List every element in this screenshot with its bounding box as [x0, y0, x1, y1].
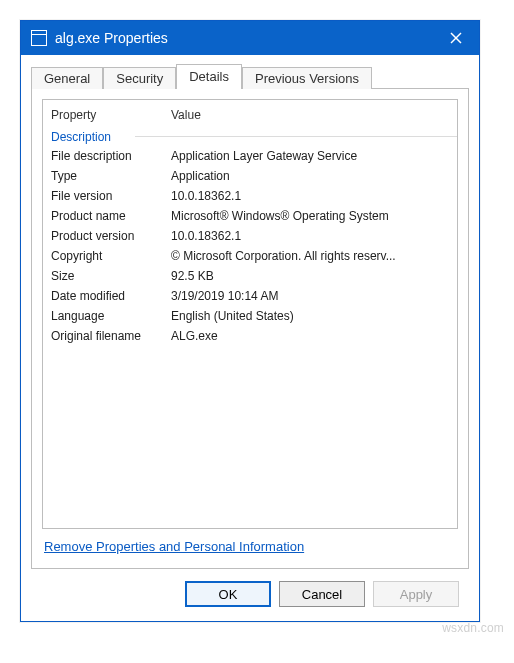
property-name: Size [51, 269, 171, 283]
property-row[interactable]: Date modified3/19/2019 10:14 AM [43, 286, 457, 306]
property-row[interactable]: Product version10.0.18362.1 [43, 226, 457, 246]
property-name: Language [51, 309, 171, 323]
property-name: Date modified [51, 289, 171, 303]
tabpanel-details: Property Value Description File descript… [31, 89, 469, 569]
property-name: Product version [51, 229, 171, 243]
property-row[interactable]: Size92.5 KB [43, 266, 457, 286]
property-value: 10.0.18362.1 [171, 189, 449, 203]
property-value: 92.5 KB [171, 269, 449, 283]
property-row[interactable]: Product nameMicrosoft® Windows® Operatin… [43, 206, 457, 226]
section-description: Description [43, 126, 457, 146]
tab-details[interactable]: Details [176, 64, 242, 88]
column-property[interactable]: Property [51, 108, 171, 122]
property-row[interactable]: TypeApplication [43, 166, 457, 186]
property-row[interactable]: File version10.0.18362.1 [43, 186, 457, 206]
tabstrip: General Security Details Previous Versio… [31, 63, 469, 89]
property-name: File description [51, 149, 171, 163]
window-icon [31, 30, 47, 46]
property-value: English (United States) [171, 309, 449, 323]
property-name: Original filename [51, 329, 171, 343]
property-value: Application [171, 169, 449, 183]
close-button[interactable] [433, 21, 479, 55]
tab-label: Details [189, 69, 229, 84]
close-icon [450, 32, 462, 44]
dialog-body: General Security Details Previous Versio… [21, 55, 479, 621]
property-row[interactable]: Original filenameALG.exe [43, 326, 457, 346]
property-value: Application Layer Gateway Service [171, 149, 449, 163]
property-name: Type [51, 169, 171, 183]
details-list[interactable]: Property Value Description File descript… [42, 99, 458, 529]
button-label: OK [219, 587, 238, 602]
tab-security[interactable]: Security [103, 67, 176, 89]
ok-button[interactable]: OK [185, 581, 271, 607]
tab-general[interactable]: General [31, 67, 103, 89]
property-name: File version [51, 189, 171, 203]
tab-label: General [44, 71, 90, 86]
titlebar[interactable]: alg.exe Properties [21, 21, 479, 55]
dialog-buttons: OK Cancel Apply [31, 569, 469, 607]
remove-properties-link[interactable]: Remove Properties and Personal Informati… [44, 539, 304, 554]
property-value: 3/19/2019 10:14 AM [171, 289, 449, 303]
tab-label: Previous Versions [255, 71, 359, 86]
window-title: alg.exe Properties [55, 30, 168, 46]
property-row[interactable]: File descriptionApplication Layer Gatewa… [43, 146, 457, 166]
property-value: 10.0.18362.1 [171, 229, 449, 243]
property-name: Copyright [51, 249, 171, 263]
property-name: Product name [51, 209, 171, 223]
tab-label: Security [116, 71, 163, 86]
property-value: Microsoft® Windows® Operating System [171, 209, 449, 223]
tab-previous-versions[interactable]: Previous Versions [242, 67, 372, 89]
property-row[interactable]: LanguageEnglish (United States) [43, 306, 457, 326]
cancel-button[interactable]: Cancel [279, 581, 365, 607]
remove-properties-link-row: Remove Properties and Personal Informati… [42, 529, 458, 558]
column-value[interactable]: Value [171, 108, 449, 122]
button-label: Cancel [302, 587, 342, 602]
property-row[interactable]: Copyright© Microsoft Corporation. All ri… [43, 246, 457, 266]
properties-dialog: alg.exe Properties General Security Deta… [20, 20, 480, 622]
watermark-text: wsxdn.com [442, 621, 504, 635]
button-label: Apply [400, 587, 433, 602]
property-value: ALG.exe [171, 329, 449, 343]
details-header: Property Value [43, 104, 457, 126]
apply-button: Apply [373, 581, 459, 607]
property-value: © Microsoft Corporation. All rights rese… [171, 249, 449, 263]
